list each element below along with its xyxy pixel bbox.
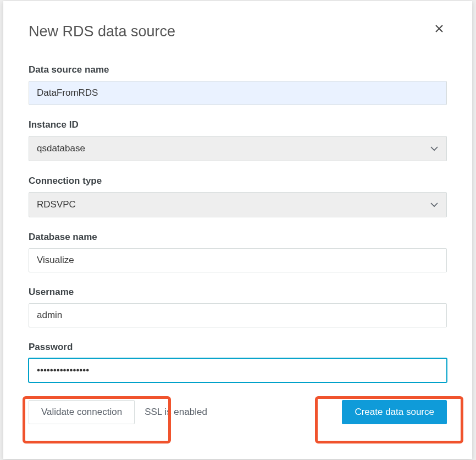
instance-id-select[interactable]: qsdatabase xyxy=(29,136,447,161)
field-connection-type: Connection type RDSVPC xyxy=(29,176,447,217)
field-database-name: Database name xyxy=(29,232,447,272)
close-icon xyxy=(435,22,444,36)
modal-title: New RDS data source xyxy=(29,23,175,40)
validate-connection-button[interactable]: Validate connection xyxy=(29,400,135,424)
close-button[interactable] xyxy=(431,23,447,35)
connection-type-value: RDSVPC xyxy=(37,199,76,210)
field-username: Username xyxy=(29,287,447,327)
username-input[interactable] xyxy=(29,303,447,327)
connection-type-label: Connection type xyxy=(29,176,447,187)
connection-type-select[interactable]: RDSVPC xyxy=(29,192,447,217)
create-data-source-button[interactable]: Create data source xyxy=(342,400,447,424)
modal-footer: Validate connection SSL is enabled Creat… xyxy=(29,400,447,424)
username-label: Username xyxy=(29,287,447,298)
password-label: Password xyxy=(29,342,447,353)
database-name-input[interactable] xyxy=(29,248,447,272)
modal-header: New RDS data source xyxy=(29,23,447,40)
field-data-source-name: Data source name xyxy=(29,64,447,105)
field-password: Password xyxy=(29,342,447,382)
ssl-status-text: SSL is enabled xyxy=(145,407,207,418)
instance-id-label: Instance ID xyxy=(29,119,447,130)
database-name-label: Database name xyxy=(29,232,447,243)
data-source-name-input[interactable] xyxy=(29,81,447,105)
field-instance-id: Instance ID qsdatabase xyxy=(29,119,447,161)
footer-left: Validate connection SSL is enabled xyxy=(29,400,207,424)
new-rds-data-source-modal: New RDS data source Data source name Ins… xyxy=(3,1,472,459)
data-source-name-label: Data source name xyxy=(29,64,447,75)
instance-id-value: qsdatabase xyxy=(37,143,85,154)
password-input[interactable] xyxy=(29,358,447,382)
